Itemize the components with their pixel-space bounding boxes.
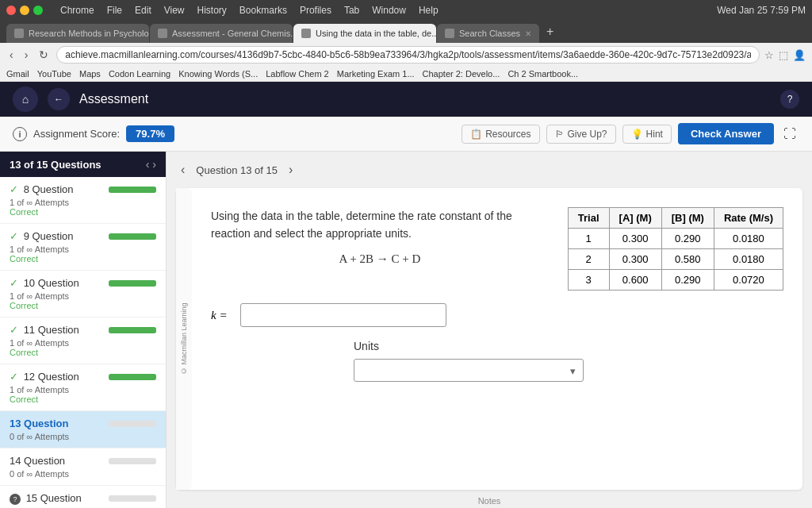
app-title: Assessment [79, 92, 148, 106]
k-input[interactable] [240, 303, 446, 327]
row1-a: 0.300 [609, 229, 661, 249]
data-table-wrapper: Trial [A] (M) [B] (M) Rate (M/s) 1 0.300… [568, 207, 783, 291]
forward-button[interactable]: › [21, 47, 32, 63]
bookmark-smartbook[interactable]: Ch 2 Smartbook... [508, 69, 578, 79]
question-text: Using the data in the table, determine t… [211, 207, 549, 243]
tabs-bar: Research Methods in Psycholo... ✕ Assess… [6, 21, 806, 43]
menu-window[interactable]: Window [372, 5, 406, 16]
table-header-rate: Rate (M/s) [714, 208, 783, 229]
fullscreen-traffic-light[interactable] [33, 6, 43, 15]
bookmarks-bar: Gmail YouTube Maps Codon Learning Knowin… [0, 67, 812, 82]
sidebar-item-q15[interactable]: ? 15 Question 0 of ∞ Attempts [0, 486, 166, 508]
sidebar-item-q10[interactable]: ✓ 10 Question 1 of ∞ Attempts Correct [0, 271, 166, 318]
tab-assessment[interactable]: Assessment - General Chemis... ✕ [150, 24, 293, 43]
menu-profiles[interactable]: Profiles [300, 5, 331, 16]
close-traffic-light[interactable] [6, 6, 16, 15]
menu-view[interactable]: View [164, 5, 185, 16]
answer-row: k = [211, 303, 783, 327]
menu-edit[interactable]: Edit [135, 5, 151, 16]
browser-titlebar: Chrome File Edit View History Bookmarks … [6, 5, 806, 16]
menu-history[interactable]: History [197, 5, 227, 16]
tab-close-search[interactable]: ✕ [525, 29, 531, 38]
bookmark-maps[interactable]: Maps [79, 69, 101, 79]
sidebar-item-q12[interactable]: ✓ 12 Question 1 of ∞ Attempts Correct [0, 364, 166, 411]
tab-research[interactable]: Research Methods in Psycholo... ✕ [6, 24, 149, 43]
q13-label: 13 Question [10, 418, 68, 429]
q12-label: ✓ 12 Question [10, 371, 79, 383]
bookmark-gmail[interactable]: Gmail [6, 69, 29, 79]
q14-attempts: 0 of ∞ Attempts [10, 469, 156, 479]
menu-chrome[interactable]: Chrome [60, 5, 94, 16]
sidebar-nav-next[interactable]: › [152, 158, 156, 171]
app-back-button[interactable]: ← [48, 88, 70, 110]
q9-label: ✓ 9 Question [10, 230, 74, 242]
row3-b: 0.290 [661, 270, 714, 291]
q9-attempts: 1 of ∞ Attempts [10, 244, 156, 254]
q8-label: ✓ 8 Question [10, 183, 74, 195]
sidebar-item-q13[interactable]: 13 Question 0 of ∞ Attempts [0, 411, 166, 448]
question-content: Using the data in the table, determine t… [211, 207, 783, 291]
question-prev-button[interactable]: ‹ [176, 161, 190, 179]
q15-label: ? 15 Question [10, 492, 82, 505]
bookmark-codon[interactable]: Codon Learning [109, 69, 170, 79]
bookmark-youtube[interactable]: YouTube [37, 69, 71, 79]
assignment-score-label: Assignment Score: [33, 128, 120, 140]
tab-search[interactable]: Search Classes ✕ [437, 24, 539, 43]
units-select[interactable]: M⁻¹·s⁻¹ M⁻²·s⁻¹ s⁻¹ M·s⁻¹ [354, 359, 584, 382]
table-header-b: [B] (M) [661, 208, 714, 229]
new-tab-button[interactable]: + [540, 21, 560, 43]
expand-button[interactable]: ⛶ [780, 124, 799, 144]
check-answer-button[interactable]: Check Answer [678, 123, 774, 144]
q11-label: ✓ 11 Question [10, 324, 79, 336]
sidebar-item-q8[interactable]: ✓ 8 Question 1 of ∞ Attempts Correct [0, 177, 166, 224]
bookmark-icon[interactable]: ☆ [764, 49, 774, 61]
back-button[interactable]: ‹ [6, 47, 17, 63]
extensions-icon[interactable]: ⬚ [779, 49, 788, 61]
browser-chrome: Chrome File Edit View History Bookmarks … [0, 0, 812, 43]
menu-help[interactable]: Help [419, 5, 439, 16]
units-select-wrapper: M⁻¹·s⁻¹ M⁻²·s⁻¹ s⁻¹ M·s⁻¹ [354, 359, 584, 382]
address-input[interactable] [56, 46, 760, 64]
home-button[interactable]: ⌂ [13, 87, 38, 112]
sidebar-nav-prev[interactable]: ‹ [146, 158, 150, 171]
tab-favicon-search [445, 29, 454, 38]
top-toolbar: i Assignment Score: 79.7% 📋 Resources 🏳 … [0, 117, 812, 152]
hint-button[interactable]: 💡 Hint [622, 125, 672, 144]
app-help-button[interactable]: ? [780, 90, 799, 109]
assignment-score-section: i Assignment Score: 79.7% [13, 125, 174, 142]
menu-tab[interactable]: Tab [344, 5, 359, 16]
menu-file[interactable]: File [107, 5, 122, 16]
question-next-button[interactable]: › [284, 161, 297, 179]
q11-status: Correct [10, 348, 156, 357]
row2-rate: 0.0180 [714, 249, 783, 270]
address-bar: ‹ › ↻ ☆ ⬚ 👤 [0, 43, 812, 67]
tab-using-data[interactable]: Using the data in the table, de... ✕ [293, 24, 436, 43]
resources-label: Resources [485, 129, 530, 140]
menu-bookmarks[interactable]: Bookmarks [239, 5, 287, 16]
bookmark-labflow[interactable]: Labflow Chem 2 [266, 69, 329, 79]
sidebar-item-q14[interactable]: 14 Question 0 of ∞ Attempts [0, 448, 166, 486]
minimize-traffic-light[interactable] [20, 6, 29, 15]
table-header-a: [A] (M) [609, 208, 661, 229]
bookmark-chapter2[interactable]: Chapter 2: Develo... [423, 69, 500, 79]
question-card: © Macmillan Learning Using the data in t… [176, 188, 802, 490]
toolbar-right: 📋 Resources 🏳 Give Up? 💡 Hint Check Answ… [462, 123, 799, 144]
sidebar-questions-count: 13 of 15 Questions [10, 159, 102, 171]
bookmark-knowing[interactable]: Knowing Words (S... [178, 69, 258, 79]
content-area: ‹ Question 13 of 15 › © Macmillan Learni… [167, 152, 812, 508]
q14-label: 14 Question [10, 455, 65, 467]
score-badge: 79.7% [126, 125, 174, 142]
profile-icon[interactable]: 👤 [793, 49, 806, 61]
resources-button[interactable]: 📋 Resources [462, 125, 539, 144]
main-container: 13 of 15 Questions ‹ › ✓ 8 Question 1 of… [0, 152, 812, 508]
reload-button[interactable]: ↻ [36, 47, 52, 63]
sidebar-item-q9[interactable]: ✓ 9 Question 1 of ∞ Attempts Correct [0, 224, 166, 271]
units-label: Units [354, 340, 783, 352]
bookmark-marketing[interactable]: Marketing Exam 1... [337, 69, 415, 79]
traffic-lights [6, 6, 43, 15]
sidebar-item-q11[interactable]: ✓ 11 Question 1 of ∞ Attempts Correct [0, 318, 166, 364]
q10-status: Correct [10, 301, 156, 310]
give-up-button[interactable]: 🏳 Give Up? [546, 125, 616, 144]
info-icon[interactable]: i [13, 127, 27, 141]
tab-label-using-data: Using the data in the table, de... [316, 29, 436, 38]
